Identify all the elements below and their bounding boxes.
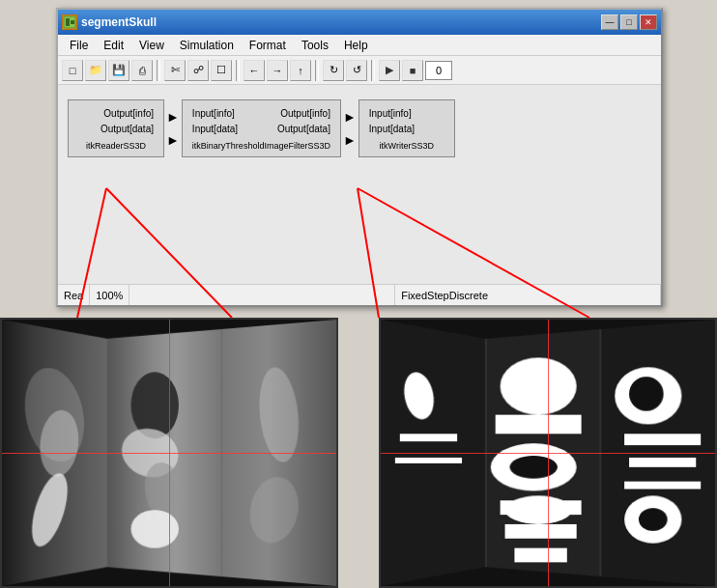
redo-button[interactable]: ↺ [346,60,367,81]
main-window: segmentSkull — □ ✕ File Edit View Simula… [56,8,663,307]
toolbar: □ 📁 💾 ⎙ ✄ ☍ ☐ ← → ↑ ↻ ↺ ▶ ■ [58,56,661,85]
menu-format[interactable]: Format [242,37,294,54]
grid-v-right [548,320,549,586]
reader-output-info: Output[info] [78,106,154,122]
block-writer[interactable]: Input[info] Input[data] itkWriterSS3D [358,99,455,157]
undo-button[interactable]: ↻ [323,60,344,81]
writer-input-info-label: Input[info] [369,106,412,122]
filter-ports: Input[info] Output[info] [192,106,330,122]
filter-input-info: Input[info] [192,106,235,122]
menu-edit[interactable]: Edit [96,37,131,54]
print-button[interactable]: ⎙ [131,60,153,81]
reader-output-data: Output[data] [78,122,154,137]
writer-input-data-label: Input[data] [369,122,415,137]
new-button[interactable]: □ [62,60,83,81]
writer-input-info: Input[info] [369,106,445,122]
menu-tools[interactable]: Tools [294,37,336,54]
filter-label: itkBinaryThresholdImageFilterSS3D [192,141,330,151]
arrow-info-2: ► [343,110,357,124]
minimize-button[interactable]: — [601,14,618,30]
canvas-area[interactable]: Output[info] Output[data] itkReaderSS3D … [58,85,661,284]
forward-button[interactable]: → [267,60,288,81]
ct-output-panel [379,318,717,588]
paste-button[interactable]: ☐ [211,60,232,81]
ct-input-panel [0,318,338,588]
separator-1 [157,60,160,81]
stop-button[interactable]: ■ [402,60,423,81]
filter-output-data: Output[data] [277,122,330,137]
status-solver: FixedStepDiscrete [395,285,661,305]
arrow-data-1: ► [166,133,180,147]
block-filter[interactable]: Input[info] Output[info] Input[data] Out… [182,99,341,157]
svg-rect-2 [71,20,74,24]
app-icon [62,14,77,30]
statusbar: Rea 100% FixedStepDiscrete [58,284,661,305]
filter-output-info: Output[info] [280,106,330,122]
step-input[interactable] [425,61,452,80]
play-button[interactable]: ▶ [379,60,400,81]
status-rea: Rea [58,285,90,305]
menu-help[interactable]: Help [336,37,376,54]
filter-data-ports: Input[data] Output[data] [192,122,330,137]
svg-rect-1 [66,18,70,26]
status-zoom: 100% [90,285,129,305]
maximize-button[interactable]: □ [620,14,638,30]
up-button[interactable]: ↑ [290,60,311,81]
menu-view[interactable]: View [131,37,172,54]
back-button[interactable]: ← [244,60,265,81]
arrow-data-2: ► [343,133,357,147]
titlebar: segmentSkull — □ ✕ [58,10,661,35]
copy-button[interactable]: ☍ [187,60,209,81]
reader-output-info-label: Output[info] [78,106,154,122]
writer-label: itkWriterSS3D [369,141,445,151]
open-button[interactable]: 📁 [85,60,106,81]
separator-3 [315,60,319,81]
save-button[interactable]: 💾 [108,60,129,81]
arrow-info-1: ► [166,110,180,124]
menubar: File Edit View Simulation Format Tools H… [58,35,661,56]
separator-2 [236,60,240,81]
status-empty [129,285,395,305]
titlebar-left: segmentSkull [62,14,157,30]
menu-file[interactable]: File [62,37,96,54]
reader-label: itkReaderSS3D [78,141,154,151]
reader-output-data-label: Output[data] [78,122,154,137]
pipeline-container: Output[info] Output[data] itkReaderSS3D … [68,99,651,157]
titlebar-controls: — □ ✕ [601,14,657,30]
block-reader[interactable]: Output[info] Output[data] itkReaderSS3D [68,99,164,157]
menu-simulation[interactable]: Simulation [172,37,242,54]
arrows-2: ► ► [341,110,358,147]
grid-v-left [169,320,170,586]
window-title: segmentSkull [81,15,157,29]
arrows-1: ► ► [164,110,182,147]
cut-button[interactable]: ✄ [164,60,186,81]
writer-input-data: Input[data] [369,122,445,137]
separator-4 [371,60,375,81]
filter-input-data: Input[data] [192,122,238,137]
close-button[interactable]: ✕ [640,14,657,30]
